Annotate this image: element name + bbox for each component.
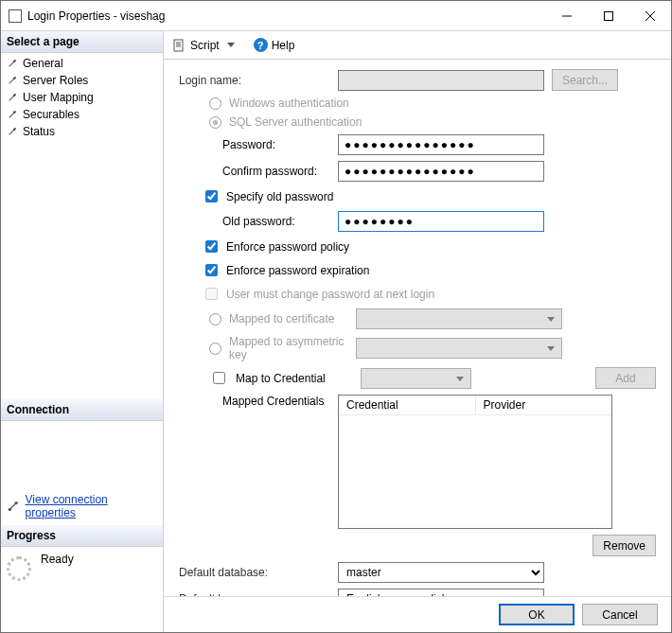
credential-select [361, 368, 471, 389]
enforce-expiration-label: Enforce password expiration [226, 264, 369, 277]
windows-auth-radio [209, 97, 221, 110]
mapped-credentials-table[interactable]: Credential Provider [338, 395, 612, 529]
help-icon: ? [254, 38, 268, 52]
specify-old-password-checkbox[interactable] [205, 190, 218, 202]
toolbar: Script ? Help [164, 31, 671, 60]
login-name-label: Login name: [179, 74, 330, 87]
old-password-input[interactable] [338, 211, 544, 232]
login-properties-window: Login Properties - viseshag Select a pag… [0, 0, 672, 633]
ok-button[interactable]: OK [499, 604, 575, 625]
must-change-password-checkbox [205, 288, 218, 300]
confirm-password-input[interactable] [338, 161, 544, 182]
confirm-password-label: Confirm password: [179, 165, 330, 178]
wrench-icon [7, 109, 18, 120]
password-label: Password: [179, 138, 330, 151]
map-credential-label: Map to Credential [236, 372, 353, 385]
wrench-icon [7, 75, 18, 86]
connection-header: Connection [1, 399, 163, 421]
sidebar-item-server-roles[interactable]: Server Roles [1, 72, 163, 89]
dialog-footer: OK Cancel [164, 596, 671, 632]
script-dropdown-icon[interactable] [227, 43, 235, 47]
remove-credential-button[interactable]: Remove [592, 535, 656, 556]
wrench-icon [7, 92, 18, 103]
close-button[interactable] [629, 2, 671, 30]
minimize-button[interactable] [546, 2, 588, 30]
sidebar-item-status[interactable]: Status [1, 123, 163, 140]
svg-rect-0 [605, 11, 613, 20]
enforce-expiration-checkbox[interactable] [205, 264, 218, 276]
sidebar-item-user-mapping[interactable]: User Mapping [1, 89, 163, 106]
mapped-certificate-radio [209, 313, 221, 325]
wrench-icon [7, 126, 18, 137]
title-bar: Login Properties - viseshag [1, 1, 671, 31]
progress-spinner-icon [7, 556, 31, 581]
wrench-icon [7, 58, 18, 69]
script-button[interactable]: Script [173, 39, 220, 52]
certificate-select [356, 308, 562, 329]
search-button: Search... [552, 69, 618, 91]
mapped-credentials-label: Mapped Credentials [179, 395, 330, 408]
sql-auth-label: SQL Server authentication [229, 115, 362, 129]
main-panel: Script ? Help Login name: Search... [164, 31, 671, 632]
default-language-select[interactable]: English - us_english [338, 589, 544, 596]
window-title: Login Properties - viseshag [27, 9, 546, 23]
map-credential-checkbox[interactable] [213, 372, 225, 384]
progress-area: Ready [1, 547, 163, 632]
must-change-password-label: User must change password at next login [226, 288, 434, 301]
mapped-asymkey-radio [209, 343, 221, 355]
sql-auth-radio [209, 116, 221, 129]
cancel-button[interactable]: Cancel [582, 604, 658, 625]
windows-auth-label: Windows authentication [229, 97, 349, 110]
svg-rect-3 [174, 40, 183, 51]
sidebar-item-securables[interactable]: Securables [1, 106, 163, 123]
password-input[interactable] [338, 134, 544, 155]
progress-status: Ready [41, 553, 74, 566]
view-connection-properties-link[interactable]: View connection properties [7, 493, 157, 519]
credential-column-header: Credential [339, 396, 476, 415]
old-password-label: Old password: [179, 215, 330, 228]
progress-header: Progress [1, 525, 163, 547]
enforce-policy-label: Enforce password policy [226, 240, 349, 254]
enforce-policy-checkbox[interactable] [205, 240, 218, 253]
default-database-select[interactable]: master [338, 562, 544, 583]
app-icon [9, 9, 22, 23]
connection-icon [7, 500, 20, 513]
select-page-header: Select a page [1, 31, 163, 53]
help-button[interactable]: ? Help [254, 38, 295, 52]
maximize-button[interactable] [588, 2, 629, 30]
default-database-label: Default database: [179, 566, 330, 579]
mapped-certificate-label: Mapped to certificate [229, 312, 348, 325]
login-name-input [338, 70, 544, 91]
script-icon [173, 39, 186, 52]
sidebar: Select a page GeneralServer RolesUser Ma… [1, 31, 164, 632]
provider-column-header: Provider [476, 396, 612, 415]
sidebar-item-general[interactable]: General [1, 55, 163, 72]
specify-old-password-label: Specify old password [226, 190, 333, 203]
add-credential-button: Add [595, 367, 656, 389]
mapped-asymkey-label: Mapped to asymmetric key [229, 335, 348, 361]
asymkey-select [356, 338, 562, 359]
